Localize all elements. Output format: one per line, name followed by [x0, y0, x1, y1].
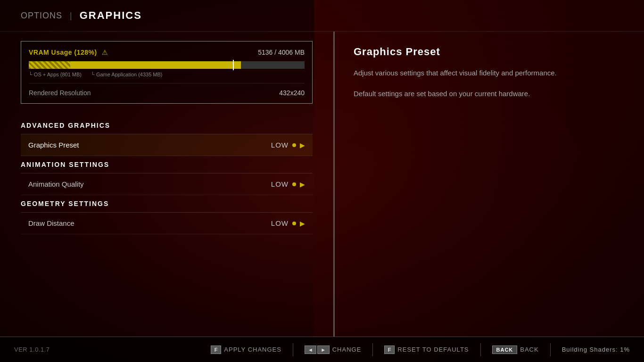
reset-key-badge: F	[384, 346, 395, 354]
section-geometry-settings: GEOMETRY SETTINGS	[21, 195, 313, 213]
header: OPTIONS | GRAPHICS	[0, 0, 644, 32]
main-container: OPTIONS | GRAPHICS VRAM Usage (128%) ⚠ 5…	[0, 0, 644, 362]
graphics-preset-value: LOW	[271, 141, 289, 149]
vram-game-label: └ Game Application (4335 MB)	[91, 72, 162, 77]
rendered-res-label: Rendered Resolution	[29, 89, 91, 97]
vram-box: VRAM Usage (128%) ⚠ 5136 / 4006 MB └ OS …	[21, 41, 313, 104]
draw-distance-value: LOW	[271, 219, 289, 227]
vram-label: VRAM Usage (128%)	[29, 49, 97, 56]
content-area: VRAM Usage (128%) ⚠ 5136 / 4006 MB └ OS …	[0, 32, 644, 337]
graphics-preset-dot	[292, 143, 296, 147]
draw-distance-row[interactable]: Draw Distance LOW ▶	[21, 213, 313, 234]
graphics-label: GRAPHICS	[80, 9, 142, 22]
section-advanced-graphics: ADVANCED GRAPHICS	[21, 117, 313, 134]
vram-os-label: └ OS + Apps (801 MB)	[29, 72, 82, 77]
separator3	[480, 343, 481, 356]
graphics-preset-label: Graphics Preset	[28, 141, 79, 149]
left-panel: VRAM Usage (128%) ⚠ 5136 / 4006 MB └ OS …	[0, 32, 335, 337]
back-action[interactable]: BACK BACK	[492, 346, 539, 354]
header-divider: |	[70, 11, 72, 21]
apply-key-badge: F	[211, 346, 221, 354]
vram-marker	[233, 60, 234, 70]
change-keys: ◄ ►	[305, 346, 330, 354]
building-shaders-text: Building Shaders: 1%	[562, 346, 630, 353]
graphics-preset-value-area: LOW ▶	[271, 141, 305, 149]
vram-header: VRAM Usage (128%) ⚠ 5136 / 4006 MB	[29, 48, 305, 57]
graphics-preset-arrow: ▶	[300, 141, 305, 149]
separator1	[293, 343, 293, 356]
reset-label: RESET TO DEFAULTS	[397, 346, 469, 353]
right-panel: Graphics Preset Adjust various settings …	[335, 32, 644, 337]
section-animation-settings: ANIMATION SETTINGS	[21, 156, 313, 173]
detail-description2: Default settings are set based on your c…	[354, 88, 625, 99]
vram-value: 5136 / 4006 MB	[258, 49, 305, 56]
vram-warning-icon: ⚠	[102, 49, 108, 56]
separator4	[550, 343, 551, 356]
vram-sublabels: └ OS + Apps (801 MB) └ Game Application …	[29, 72, 305, 77]
animation-quality-value: LOW	[271, 180, 289, 188]
draw-distance-arrow: ▶	[300, 220, 305, 227]
animation-quality-arrow: ▶	[300, 181, 305, 188]
draw-distance-value-area: LOW ▶	[271, 219, 305, 227]
draw-distance-dot	[292, 222, 296, 225]
animation-quality-label: Animation Quality	[28, 180, 84, 188]
vram-progress-bar	[29, 61, 305, 69]
change-key1-badge: ◄	[305, 346, 316, 354]
bottom-actions: F APPLY CHANGES ◄ ► CHANGE F RESET TO DE…	[211, 343, 630, 356]
vram-os-bar	[29, 61, 70, 69]
change-action[interactable]: ◄ ► CHANGE	[305, 346, 361, 354]
apply-changes-action[interactable]: F APPLY CHANGES	[211, 346, 281, 354]
detail-description1: Adjust various settings that affect visu…	[354, 67, 625, 79]
animation-quality-dot	[292, 182, 296, 186]
version-text: VER 1.0.1.7	[14, 346, 50, 353]
rendered-res-row: Rendered Resolution 432x240	[29, 83, 305, 97]
rendered-res-value: 432x240	[279, 89, 305, 97]
back-key-badge: BACK	[492, 346, 518, 354]
change-label: CHANGE	[332, 346, 362, 353]
vram-label-area: VRAM Usage (128%) ⚠	[29, 48, 108, 57]
graphics-preset-row[interactable]: Graphics Preset LOW ▶	[21, 134, 313, 156]
detail-title: Graphics Preset	[354, 46, 625, 58]
change-key2-badge: ►	[317, 346, 329, 354]
apply-label: APPLY CHANGES	[224, 346, 281, 353]
separator2	[372, 343, 373, 356]
vram-game-bar	[70, 61, 241, 69]
options-label[interactable]: OPTIONS	[21, 11, 62, 21]
reset-action[interactable]: F RESET TO DEFAULTS	[384, 346, 469, 354]
animation-quality-value-area: LOW ▶	[271, 180, 305, 188]
bottom-bar: VER 1.0.1.7 F APPLY CHANGES ◄ ► CHANGE F…	[0, 337, 644, 362]
animation-quality-row[interactable]: Animation Quality LOW ▶	[21, 173, 313, 195]
back-label: BACK	[520, 346, 538, 353]
draw-distance-label: Draw Distance	[28, 219, 74, 227]
